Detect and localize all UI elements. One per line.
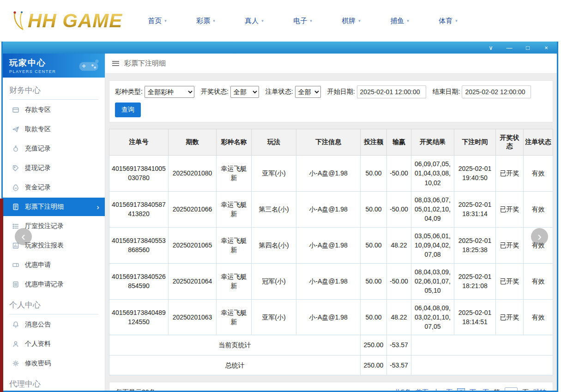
breadcrumb-bar: 彩票下注明细 [105, 54, 557, 73]
end-date-input[interactable] [462, 85, 531, 98]
table-cell: 2025-02-01 18:25:38 [454, 227, 496, 263]
top-nav-item-live[interactable]: 真人▾ [245, 17, 293, 25]
table-cell: 20250201064 [169, 263, 217, 299]
chevron-down-icon: ▾ [455, 18, 458, 23]
user-icon [12, 340, 19, 348]
table-cell: 401569173840526854590 [109, 263, 169, 299]
window-collapse-icon[interactable]: ∨ [488, 45, 494, 51]
sidebar-item-promo-apply[interactable]: 优惠申请 [3, 256, 105, 274]
chevron-down-icon: ▾ [261, 18, 264, 23]
prev-page-link[interactable]: 上一页 [433, 388, 452, 391]
table-row: 40156917384100503078020250201080幸运飞艇新亚军(… [109, 156, 553, 192]
search-button[interactable]: 查询 [115, 103, 141, 117]
summary-winloss-total: -53.57 [387, 355, 411, 375]
table-cell: 亚军(小) [252, 156, 296, 192]
table-cell: 401569173840553868560 [109, 227, 169, 263]
sidebar-item-withdraw[interactable]: 取款专区 [3, 120, 105, 139]
sidebar: 玩家中心 PLAYERS CENTER 财务中心存款专区取款专区充值记录提现记录… [3, 54, 105, 391]
start-date-input[interactable] [357, 85, 426, 98]
table-cell: 有效 [524, 299, 553, 335]
lottery-type-select[interactable]: 全部彩种 [145, 86, 194, 98]
sidebar-item-deposit[interactable]: 存款专区 [3, 101, 105, 119]
draw-status-select[interactable]: 全部 [230, 86, 259, 98]
table-cell: 第四名(小) [252, 227, 296, 263]
start-date-label: 开始日期: [327, 88, 355, 96]
sidebar-item-label: 厅室投注记录 [25, 222, 64, 230]
table-cell: -50.00 [387, 156, 411, 192]
sidebar-item-lottery-bet-detail[interactable]: 彩票下注明细› [3, 198, 105, 216]
table-cell: 401569173840587413820 [109, 191, 169, 227]
summary-bet-total: 250.00 [361, 335, 387, 355]
table-row: 40156917384052685459020250201064幸运飞艇新冠军(… [109, 263, 553, 299]
recharge-record-icon [12, 145, 19, 152]
column-header: 开奖状态 [496, 129, 524, 156]
sidebar-item-funds-record[interactable]: 资金记录 [3, 178, 105, 197]
table-panel: 注单号期数彩种名称玩法下注信息投注额输赢开奖结果下注时间开奖状态注单状态 401… [109, 129, 553, 375]
column-header: 下注时间 [454, 129, 496, 156]
funds-record-icon [12, 184, 19, 191]
withdrawal-record-icon [12, 164, 19, 172]
jump-button[interactable]: 跳转 [533, 388, 546, 391]
sidebar-item-recharge-record[interactable]: 充值记录 [3, 139, 105, 158]
table-cell: 06,09,07,05,01,04,03,08,10,02 [411, 156, 454, 192]
sidebar-item-promo-record[interactable]: 优惠申请记录 [3, 275, 105, 294]
bell-icon [12, 321, 19, 328]
player-center-window: ∨ — □ × 玩家中心 PLAYERS CENTER 财务中心存款专 [1, 42, 558, 392]
main-area: 彩票下注明细 彩种类型: 全部彩种 开奖状态: [105, 54, 557, 391]
table-cell: 20250201063 [169, 299, 217, 335]
site-logo[interactable]: HH GAME [9, 10, 122, 31]
top-nav-item-cards[interactable]: 棋牌▾ [342, 17, 390, 25]
column-header: 注单号 [109, 129, 169, 156]
table-cell: 已开奖 [496, 156, 524, 192]
bet-status-select[interactable]: 全部 [295, 86, 321, 98]
sidebar-item-messages[interactable]: 消息公告 [3, 315, 105, 334]
table-cell: 2025-02-01 19:40:50 [454, 156, 496, 192]
sidebar-item-label: 优惠申请 [25, 261, 51, 269]
pagination-bar: 每页显示20条 共5条 首页 上一页 1 下一页 第 页 跳转 [109, 382, 553, 391]
summary-row: 总统计250.00-53.57 [109, 355, 553, 375]
sidebar-item-profile[interactable]: 个人资料 [3, 335, 105, 353]
background-strip [0, 199, 3, 392]
top-nav-item-sports[interactable]: 体育▾ [439, 17, 487, 25]
table-cell: 小-A盘@1.98 [296, 299, 361, 335]
table-cell: -50.00 [387, 263, 411, 299]
sidebar-item-label: 修改密码 [25, 359, 51, 368]
menu-toggle-icon[interactable] [112, 61, 119, 66]
current-page-badge: 1 [457, 388, 465, 391]
table-row: 40156917384058741382020250201066幸运飞艇新第三名… [109, 191, 553, 227]
first-page-link[interactable]: 首页 [416, 388, 428, 391]
column-header: 期数 [169, 129, 217, 156]
table-cell: 50.00 [361, 156, 387, 192]
site-header: HH GAME 首页▾彩票▾真人▾电子▾棋牌▾捕鱼▾体育▾ [0, 0, 561, 42]
top-nav-item-fishing[interactable]: 捕鱼▾ [390, 17, 439, 25]
next-page-link[interactable]: 下一页 [470, 388, 489, 391]
top-nav-item-lottery[interactable]: 彩票▾ [196, 17, 245, 25]
table-cell: 48.22 [387, 299, 411, 335]
summary-label: 总统计 [109, 355, 361, 375]
table-cell: 401569173840489124550 [109, 299, 169, 335]
column-header: 下注信息 [296, 129, 361, 156]
top-nav-item-home[interactable]: 首页▾ [148, 17, 196, 25]
table-cell: 有效 [524, 191, 553, 227]
window-close-icon[interactable]: × [543, 45, 549, 51]
window-titlebar: ∨ — □ × [3, 42, 557, 54]
carousel-left-arrow-icon[interactable]: ‹ [15, 228, 32, 245]
pager: 共5条 首页 上一页 1 下一页 第 页 跳转 [394, 387, 546, 391]
table-cell: 亚军(小) [252, 299, 296, 335]
gamepad-icon [78, 59, 100, 74]
table-cell: 2025-02-01 18:14:51 [454, 299, 496, 335]
table-cell: 08,03,06,07,05,01,02,10,04,09 [411, 191, 454, 227]
deposit-card-icon [12, 106, 19, 114]
table-cell: 已开奖 [496, 191, 524, 227]
column-header: 注单状态 [524, 129, 553, 156]
carousel-right-arrow-icon[interactable]: › [531, 228, 548, 245]
window-minimize-icon[interactable]: — [506, 45, 513, 51]
sidebar-item-change-password[interactable]: 修改密码 [3, 354, 105, 373]
lottery-type-label: 彩种类型: [115, 88, 143, 96]
top-nav-item-electronic[interactable]: 电子▾ [293, 17, 342, 25]
summary-row: 当前页统计250.00-53.57 [109, 335, 553, 355]
sidebar-item-withdrawal-record[interactable]: 提现记录 [3, 159, 105, 177]
window-maximize-icon[interactable]: □ [525, 45, 531, 51]
chevron-down-icon: ▾ [407, 18, 409, 23]
page-jump-input[interactable] [505, 387, 518, 391]
